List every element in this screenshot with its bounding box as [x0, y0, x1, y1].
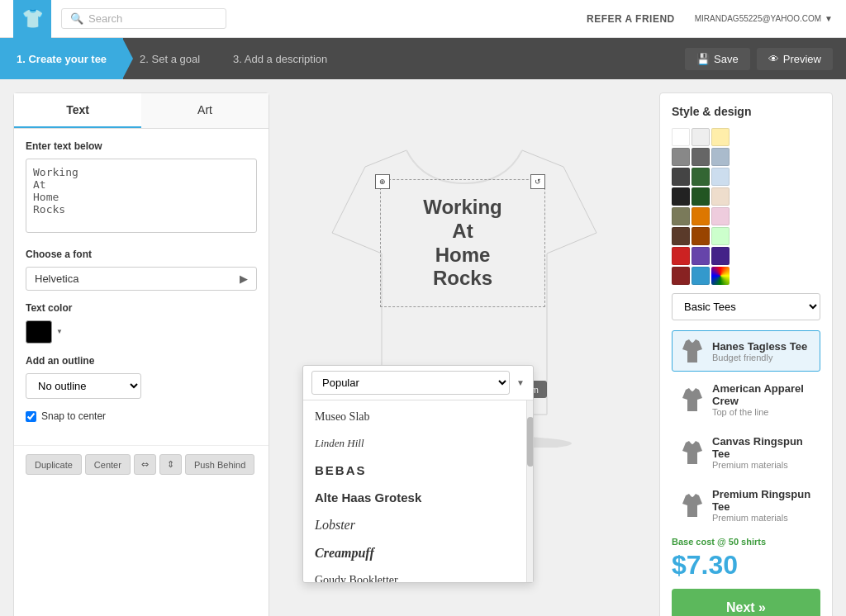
swatch-light-gray[interactable] [692, 128, 710, 146]
font-item-alte-haas[interactable]: Alte Haas Grotesk [303, 484, 533, 511]
swatch-dark-orange[interactable] [692, 227, 710, 245]
dropdown-arrow-icon: ▼ [516, 378, 525, 387]
font-dropdown-overlay: Popular Serif Sans Serif ▼ Museo Slab Li… [302, 365, 534, 583]
font-arrow-icon: ▶ [240, 272, 248, 285]
save-button[interactable]: 💾 Save [685, 48, 750, 70]
swatch-deep-purple[interactable] [711, 247, 730, 265]
flip-h-button[interactable]: ⇔ [134, 454, 156, 475]
outline-section: Add an outline No outline [26, 355, 257, 399]
color-column-2 [692, 128, 710, 285]
style-design-box: Style & design [659, 92, 833, 616]
resize-handle-tr[interactable]: ↺ [530, 174, 545, 189]
steps-actions: 💾 Save 👁 Preview [685, 48, 846, 70]
tee-desc-hanes: Budget friendly [712, 353, 811, 362]
search-bar[interactable]: 🔍 Search [61, 8, 226, 29]
font-category-select[interactable]: Popular Serif Sans Serif [311, 371, 510, 395]
font-name: Helvetica [35, 272, 78, 285]
swatch-gray[interactable] [672, 148, 690, 166]
color-column-3 [711, 128, 730, 285]
style-design-title: Style & design [672, 105, 820, 118]
choose-font-label: Choose a font [26, 249, 257, 260]
swatch-purple[interactable] [692, 247, 710, 265]
step-2[interactable]: 2. Set a goal [123, 38, 216, 79]
swatch-brown[interactable] [672, 227, 690, 245]
next-button[interactable]: Next » [672, 589, 820, 616]
tee-option-premium[interactable]: Premium Ringspun Tee Premium materials [672, 481, 820, 530]
user-email: MIRANDAG55225@YAHOO.COM [695, 14, 821, 23]
tee-icon-canvas [681, 439, 704, 466]
swatch-green[interactable] [692, 168, 710, 186]
center-panel: WorkingAtHomeRocks ⊕ ↺ 🔍 zoom Popular Se… [269, 92, 659, 616]
tee-icon-premium [681, 492, 704, 519]
preview-button[interactable]: 👁 Preview [757, 48, 833, 70]
color-column-1 [672, 128, 690, 285]
logo-icon: 👕 [21, 8, 44, 30]
base-cost-label: Base cost @ 50 shirts [672, 537, 820, 547]
swatch-tan[interactable] [672, 207, 690, 225]
swatch-pale-blue[interactable] [711, 168, 730, 186]
tee-option-american-apparel[interactable]: American Apparel Crew Top of the line [672, 375, 820, 424]
swatch-dark-green[interactable] [692, 187, 710, 206]
outline-select[interactable]: No outline [26, 373, 141, 399]
swatch-white[interactable] [672, 128, 690, 146]
tee-info-american: American Apparel Crew Top of the line [712, 382, 811, 417]
swatch-peach[interactable] [711, 187, 730, 206]
color-swatch[interactable] [26, 320, 52, 344]
tab-text[interactable]: Text [14, 93, 141, 128]
swatch-blue[interactable] [692, 267, 710, 285]
tee-info-hanes: Hanes Tagless Tee Budget friendly [712, 340, 811, 362]
tee-icon-hanes [681, 338, 704, 364]
tee-option-hanes[interactable]: Hanes Tagless Tee Budget friendly [672, 330, 820, 372]
steps-bar: 1. Create your tee 2. Set a goal 3. Add … [0, 38, 846, 79]
swatch-light-blue[interactable] [711, 148, 730, 166]
color-section: Text color [26, 302, 257, 344]
add-outline-label: Add an outline [26, 355, 257, 367]
font-item-bebas[interactable]: BEBAS [303, 457, 533, 484]
header-right: REFER A FRIEND MIRANDAG55225@YAHOO.COM ▼ [587, 13, 833, 25]
logo-box[interactable]: 👕 [13, 0, 51, 38]
text-color-label: Text color [26, 302, 257, 314]
refer-friend-link[interactable]: REFER A FRIEND [587, 13, 675, 25]
duplicate-button[interactable]: Duplicate [26, 454, 82, 475]
resize-handle-tl[interactable]: ⊕ [375, 174, 390, 189]
left-panel: Text Art Enter text below Working At Hom… [13, 92, 269, 616]
main-layout: Text Art Enter text below Working At Hom… [0, 79, 846, 616]
swatch-dark-gray[interactable] [672, 168, 690, 186]
user-menu[interactable]: MIRANDAG55225@YAHOO.COM ▼ [695, 14, 833, 23]
swatch-pink[interactable] [711, 207, 730, 225]
push-behind-button[interactable]: Push Behind [185, 454, 254, 475]
snap-checkbox[interactable] [26, 411, 36, 422]
text-overlay[interactable]: WorkingAtHomeRocks [380, 179, 545, 307]
swatch-mid-gray[interactable] [692, 148, 710, 166]
swatch-orange[interactable] [692, 207, 710, 225]
center-button[interactable]: Center [85, 454, 131, 475]
font-list: Museo Slab Linden Hill BEBAS Alte Haas G… [303, 400, 533, 582]
swatch-red[interactable] [672, 247, 690, 265]
flip-v-button[interactable]: ⇕ [159, 454, 182, 475]
swatch-dark-red[interactable] [672, 267, 690, 285]
font-item-lobster[interactable]: Lobster [303, 511, 533, 539]
search-icon: 🔍 [70, 12, 83, 25]
swatch-multicolor[interactable] [711, 267, 730, 285]
tee-option-canvas[interactable]: Canvas Ringspun Tee Premium materials [672, 428, 820, 477]
panel-body: Enter text below Working At Home Rocks C… [14, 129, 269, 445]
swatch-black[interactable] [672, 187, 690, 206]
scrollbar-track[interactable] [526, 400, 533, 582]
tee-name-hanes: Hanes Tagless Tee [712, 340, 811, 353]
tab-art[interactable]: Art [141, 93, 269, 128]
step-1[interactable]: 1. Create your tee [0, 38, 123, 79]
font-item-linden-hill[interactable]: Linden Hill [303, 430, 533, 457]
font-item-museo-slab[interactable]: Museo Slab [303, 404, 533, 430]
font-item-creampuff[interactable]: Creampuff [303, 539, 533, 567]
swatch-yellow[interactable] [711, 128, 730, 146]
text-input[interactable]: Working At Home Rocks [26, 159, 257, 233]
font-picker[interactable]: Helvetica ▶ [26, 267, 257, 291]
panel-tabs: Text Art [14, 93, 269, 129]
tee-type-select[interactable]: Basic Tees Premium Tees [672, 293, 820, 320]
step-3[interactable]: 3. Add a description [216, 38, 344, 79]
bottom-actions: Duplicate Center ⇔ ⇕ Push Behind [14, 445, 269, 483]
swatch-mint[interactable] [711, 227, 730, 245]
tee-info-canvas: Canvas Ringspun Tee Premium materials [712, 435, 811, 470]
scrollbar-thumb[interactable] [527, 417, 533, 467]
font-item-goudy[interactable]: Goudy Bookletter [303, 567, 533, 582]
